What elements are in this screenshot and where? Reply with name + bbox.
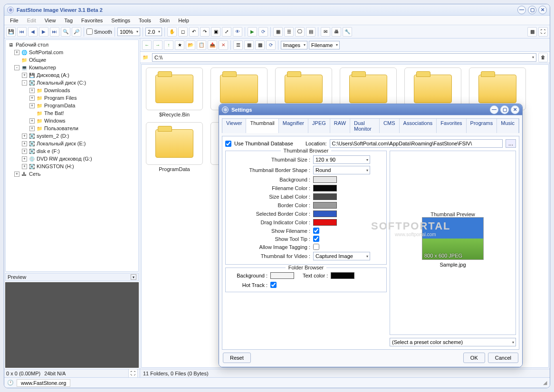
nav-next-icon[interactable]: ▶ <box>39 27 48 37</box>
crop-icon[interactable]: ▣ <box>211 27 220 37</box>
preview-toggle-icon[interactable]: ▾ <box>131 274 136 280</box>
resize-icon[interactable]: ⤢ <box>222 27 231 37</box>
thumb-item[interactable]: ProgramData <box>144 122 204 172</box>
menu-favorites[interactable]: Favorites <box>77 17 106 24</box>
screen-icon[interactable]: 🖵 <box>295 27 305 37</box>
zoom-in-icon[interactable]: 🔍 <box>61 27 70 37</box>
tree-toggle-icon[interactable]: + <box>29 88 35 93</box>
reload-icon[interactable]: ⟳ <box>266 40 276 50</box>
reset-button[interactable]: Reset <box>223 353 251 363</box>
fullscreen-icon[interactable]: ⛶ <box>538 27 548 37</box>
tree-toggle-icon[interactable]: + <box>29 96 35 101</box>
show-filename-checkbox[interactable] <box>313 228 319 234</box>
move-icon[interactable]: 📤 <box>208 40 217 50</box>
app-url[interactable]: www.FastStone.org <box>17 379 70 387</box>
drag-color-swatch[interactable] <box>313 219 337 226</box>
pin-icon[interactable]: ◎ <box>222 106 229 113</box>
resize-grip-icon[interactable]: ◢ <box>543 380 547 386</box>
tree-toggle-icon[interactable]: - <box>22 80 27 86</box>
folder-text-swatch[interactable] <box>331 272 354 279</box>
tab-cms[interactable]: CMS <box>380 119 399 133</box>
tree-node[interactable]: +📁Program Files <box>7 94 137 102</box>
tab-jpeg[interactable]: JPEG <box>308 119 330 133</box>
play-icon[interactable]: ▶ <box>248 27 257 37</box>
forward-icon[interactable]: → <box>153 40 162 50</box>
trash-icon[interactable]: 🗑 <box>538 53 548 62</box>
maximize-button[interactable]: ▢ <box>500 105 509 114</box>
bg-color-swatch[interactable] <box>313 176 337 183</box>
main-titlebar[interactable]: ◎ FastStone Image Viewer 3.1 Beta 2 — ▢ … <box>4 4 550 16</box>
tree-toggle-icon[interactable]: + <box>29 103 35 108</box>
preset-select[interactable]: (Select a preset color scheme) <box>390 338 516 346</box>
tool-icon[interactable]: 🔧 <box>343 27 352 37</box>
up-icon[interactable]: ↑ <box>164 40 173 50</box>
show-tooltip-checkbox[interactable] <box>313 236 319 242</box>
star-icon[interactable]: ★ <box>175 40 184 50</box>
nav-first-icon[interactable]: ⏮ <box>17 27 27 37</box>
filename-color-swatch[interactable] <box>313 185 337 191</box>
tree-node[interactable]: 📁Общие <box>7 56 137 64</box>
refresh-icon[interactable]: ⟳ <box>258 27 268 37</box>
selected-border-swatch[interactable] <box>313 210 337 217</box>
tree-node[interactable]: +📁Downloads <box>7 86 137 94</box>
view-large-icon[interactable]: ▩ <box>255 40 265 50</box>
thumb-video-select[interactable]: Captured Image <box>313 252 370 260</box>
thumb-size-select[interactable]: 120 x 90 <box>313 155 370 164</box>
folder-bg-swatch[interactable] <box>270 272 294 279</box>
tree-node[interactable]: -💽Локальный диск (C:) <box>7 79 137 86</box>
fit-icon[interactable]: ⛶ <box>128 369 138 378</box>
tree-toggle-icon[interactable]: + <box>29 118 35 124</box>
zoom-out-icon[interactable]: 🔎 <box>72 27 81 37</box>
tree-toggle-icon[interactable]: + <box>14 50 19 55</box>
minimize-button[interactable]: — <box>517 6 526 14</box>
tree-node[interactable]: +🌐SoftPortal.com <box>7 48 137 56</box>
nav-last-icon[interactable]: ⏭ <box>50 27 59 37</box>
tab-favorites[interactable]: Favorites <box>437 119 466 133</box>
menu-view[interactable]: View <box>41 17 60 24</box>
ok-button[interactable]: OK <box>463 353 485 363</box>
location-input[interactable]: C:\Users\SoftPortal.com\AppData\Roaming\… <box>330 139 503 148</box>
open-icon[interactable]: 📂 <box>186 40 195 50</box>
tree-node[interactable]: +📁Пользователи <box>7 124 137 132</box>
tab-dual-monitor[interactable]: Dual Monitor <box>350 119 380 133</box>
tree-node[interactable]: +📁Windows <box>7 117 137 124</box>
tree-node[interactable]: 📁The Bat! <box>7 109 137 117</box>
tab-programs[interactable]: Programs <box>467 119 497 133</box>
menu-tag[interactable]: Tag <box>60 17 76 24</box>
minimize-button[interactable]: — <box>490 105 498 114</box>
smooth-checkbox[interactable]: Smooth <box>86 29 112 35</box>
menu-tools[interactable]: Tools <box>135 17 155 24</box>
view-small-icon[interactable]: ▦ <box>244 40 254 50</box>
tree-toggle-icon[interactable]: + <box>22 141 27 146</box>
view-list-icon[interactable]: ☰ <box>233 40 243 50</box>
tree-node[interactable]: +💽Локальный диск (E:) <box>7 140 137 147</box>
tree-node[interactable]: -💻Компьютер <box>7 64 137 71</box>
tree-root[interactable]: 🖥 Рабочий стол <box>7 41 137 48</box>
grid-icon[interactable]: ▦ <box>273 27 283 37</box>
contact-icon[interactable]: ▤ <box>306 27 315 37</box>
address-input[interactable]: C:\\ <box>152 53 536 62</box>
use-db-checkbox[interactable] <box>225 141 231 147</box>
tab-raw[interactable]: RAW <box>330 119 350 133</box>
menu-edit[interactable]: Edit <box>23 17 40 24</box>
maximize-button[interactable]: ▢ <box>528 6 536 14</box>
tab-viewer[interactable]: Viewer <box>222 119 246 133</box>
zoom-select[interactable]: 100% <box>117 28 140 36</box>
nav-prev-icon[interactable]: ◀ <box>28 27 38 37</box>
rotate-right-icon[interactable]: ↷ <box>200 27 210 37</box>
tree-toggle-icon[interactable]: + <box>22 164 27 169</box>
tree-toggle-icon[interactable]: + <box>14 172 19 177</box>
step-select[interactable]: 2.0 <box>145 28 162 36</box>
tree-toggle-icon[interactable]: + <box>22 73 27 78</box>
hot-track-checkbox[interactable] <box>270 282 277 288</box>
tree-node[interactable]: +💿DVD RW дисковод (G:) <box>7 155 137 163</box>
tree-toggle-icon[interactable]: + <box>22 134 27 139</box>
tab-thumbnail[interactable]: Thumbnail <box>246 119 278 133</box>
tree-node[interactable]: +💾Дисковод (A:) <box>7 71 137 79</box>
eye-icon[interactable]: 👁 <box>233 27 242 37</box>
border-shape-select[interactable]: Round <box>313 166 370 174</box>
folder-tree[interactable]: 🖥 Рабочий стол +🌐SoftPortal.com📁Общие-💻К… <box>5 39 139 272</box>
close-button[interactable]: ✕ <box>538 6 547 14</box>
tree-toggle-icon[interactable]: - <box>14 65 19 70</box>
delete-icon[interactable]: ✕ <box>219 40 228 50</box>
